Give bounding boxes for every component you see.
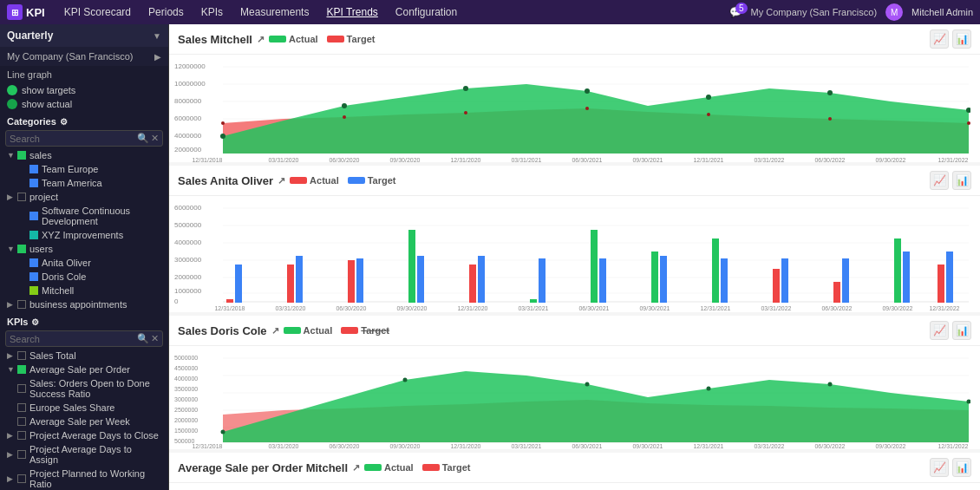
- kpis-search-input[interactable]: [10, 334, 137, 344]
- cb-kpi-proj-days-close[interactable]: [17, 431, 26, 440]
- svg-rect-60: [417, 256, 424, 303]
- cb-business[interactable]: [17, 300, 26, 309]
- kpi-sales-total[interactable]: ▶ Sales Total: [0, 349, 168, 363]
- nav-kpis[interactable]: KPIs: [193, 0, 232, 24]
- tree-item-doris[interactable]: Doris Cole: [12, 270, 168, 284]
- kpi-europe-share[interactable]: Europe Sales Share: [0, 401, 168, 415]
- kpis-clear-icon[interactable]: ✕: [151, 333, 159, 344]
- chart-btn-area-doris[interactable]: 📈: [930, 321, 949, 340]
- kpi-proj-planned[interactable]: ▶ Project Planned to Working Ratio: [0, 467, 168, 490]
- cb-kpi-orders-success[interactable]: [17, 384, 26, 393]
- nav-kpi-scorecard[interactable]: KPI Scorecard: [56, 0, 140, 24]
- tree-item-project[interactable]: ▶ project: [0, 190, 168, 204]
- cb-doris[interactable]: [29, 272, 38, 281]
- nav-configuration[interactable]: Configuration: [387, 0, 466, 24]
- svg-text:06/30/2022: 06/30/2022: [814, 157, 845, 162]
- kpis-search-icon[interactable]: 🔍: [137, 333, 149, 344]
- sidebar: Quarterly ▼ My Company (San Francisco) ▶…: [0, 24, 169, 490]
- chart-title-mitchell: Sales Mitchell ↗ Actual Target: [178, 33, 375, 46]
- categories-settings-icon[interactable]: ⚙: [60, 117, 68, 127]
- chart-btn-area-anita[interactable]: 📈: [930, 171, 949, 190]
- chart-btn-area-avg-sale[interactable]: 📈: [930, 458, 949, 477]
- svg-point-111: [828, 382, 833, 387]
- cb-anita[interactable]: [29, 258, 38, 267]
- legend-target-color-doris: [341, 327, 358, 334]
- cb-kpi-sales-total[interactable]: [17, 351, 26, 360]
- cb-kpi-avg-sale[interactable]: [17, 365, 26, 374]
- toggle-targets[interactable]: show targets: [0, 83, 168, 97]
- tree-item-users[interactable]: ▼ users: [0, 242, 168, 256]
- expand-chart-mitchell[interactable]: ↗: [257, 34, 265, 45]
- expand-sales[interactable]: ▼: [7, 151, 14, 160]
- cb-team-america[interactable]: [29, 179, 38, 187]
- chart-btn-bar-doris[interactable]: 📊: [952, 321, 971, 340]
- svg-rect-67: [651, 252, 658, 303]
- kpis-settings-icon[interactable]: ⚙: [31, 317, 39, 327]
- toggle-actual[interactable]: show actual: [0, 97, 168, 111]
- svg-text:12/31/2022: 12/31/2022: [938, 443, 968, 449]
- expand-business[interactable]: ▶: [7, 300, 14, 309]
- categories-clear-icon[interactable]: ✕: [151, 133, 159, 144]
- tree-item-team-america[interactable]: Team America: [12, 176, 168, 190]
- cb-mitchell[interactable]: [29, 286, 38, 295]
- kpis-search[interactable]: 🔍 ✕: [5, 330, 163, 347]
- expand-chart-avg-sale[interactable]: ↗: [352, 462, 360, 474]
- categories-search-icon[interactable]: 🔍: [137, 133, 149, 144]
- expand-kpi-proj-days-assign[interactable]: ▶: [7, 450, 14, 459]
- chat-button[interactable]: 💬 5: [729, 6, 742, 18]
- tree-item-team-europe[interactable]: Team Europe: [12, 162, 168, 176]
- tree-item-anita[interactable]: Anita Oliver: [12, 256, 168, 270]
- expand-chart-doris[interactable]: ↗: [271, 325, 279, 336]
- chart-btn-bar-mitchell[interactable]: 📊: [952, 29, 971, 49]
- kpi-proj-days-close[interactable]: ▶ Project Average Days to Close: [0, 428, 168, 442]
- svg-text:1000000: 1000000: [174, 287, 202, 295]
- cb-xyz[interactable]: [29, 231, 38, 239]
- expand-users[interactable]: ▼: [7, 245, 14, 253]
- chart-btn-bar-anita[interactable]: 📊: [952, 171, 971, 190]
- chart-btn-area-mitchell[interactable]: 📈: [930, 29, 949, 49]
- svg-text:06/30/2022: 06/30/2022: [821, 305, 852, 311]
- svg-rect-69: [712, 238, 719, 303]
- label-kpi-proj-planned: Project Planned to Working Ratio: [29, 468, 161, 489]
- cb-kpi-proj-days-assign[interactable]: [17, 450, 26, 459]
- expand-kpi-proj-planned[interactable]: ▶: [7, 474, 14, 483]
- svg-rect-57: [348, 260, 355, 303]
- nav-measurements[interactable]: Measurements: [232, 0, 317, 24]
- cb-sales[interactable]: [17, 151, 26, 160]
- cb-kpi-avg-sale-week[interactable]: [17, 417, 26, 426]
- categories-search[interactable]: 🔍 ✕: [5, 130, 163, 147]
- cb-kpi-proj-planned[interactable]: [17, 474, 26, 483]
- tree-item-mitchell[interactable]: Mitchell: [12, 284, 168, 297]
- tree-item-software[interactable]: Software Continuous Development: [12, 204, 168, 228]
- expand-kpi-proj-days-close[interactable]: ▶: [7, 431, 14, 440]
- cb-software[interactable]: [29, 212, 38, 220]
- company-name: My Company (San Francisco): [7, 51, 134, 62]
- svg-text:06/30/2020: 06/30/2020: [329, 157, 359, 162]
- categories-search-input[interactable]: [10, 134, 137, 144]
- label-kpi-europe-share: Europe Sales Share: [29, 402, 161, 413]
- cb-project[interactable]: [17, 193, 26, 201]
- kpi-avg-sale-order[interactable]: ▼ Average Sale per Order: [0, 363, 168, 376]
- expand-kpi-sales-total[interactable]: ▶: [7, 351, 14, 360]
- cb-users[interactable]: [17, 245, 26, 253]
- expand-chart-anita[interactable]: ↗: [278, 175, 285, 186]
- legend-actual-color-avg-sale: [364, 464, 382, 471]
- nav-periods[interactable]: Periods: [140, 0, 193, 24]
- cb-team-europe[interactable]: [29, 165, 38, 173]
- period-selector[interactable]: Quarterly ▼: [0, 24, 168, 47]
- nav-kpi-trends[interactable]: KPI Trends: [317, 0, 386, 24]
- company-selector[interactable]: My Company (San Francisco) ▶: [0, 47, 168, 66]
- tree-item-xyz[interactable]: XYZ Improvements: [12, 228, 168, 242]
- expand-kpi-avg-sale[interactable]: ▼: [7, 365, 14, 374]
- kpi-proj-days-assign[interactable]: ▶ Project Average Days to Assign: [0, 442, 168, 467]
- user-label[interactable]: Mitchell Admin: [911, 7, 973, 17]
- kpi-orders-success[interactable]: Sales: Orders Open to Done Success Ratio: [0, 376, 168, 401]
- cb-kpi-europe-share[interactable]: [17, 403, 26, 412]
- svg-text:2500000: 2500000: [174, 407, 198, 413]
- kpi-avg-sale-week[interactable]: Average Sale per Week: [0, 415, 168, 428]
- tree-item-sales[interactable]: ▼ sales: [0, 148, 168, 162]
- chart-btn-bar-avg-sale[interactable]: 📊: [952, 458, 971, 477]
- expand-project[interactable]: ▶: [7, 193, 14, 201]
- svg-rect-63: [530, 299, 537, 303]
- tree-item-business[interactable]: ▶ business appointments: [0, 297, 168, 311]
